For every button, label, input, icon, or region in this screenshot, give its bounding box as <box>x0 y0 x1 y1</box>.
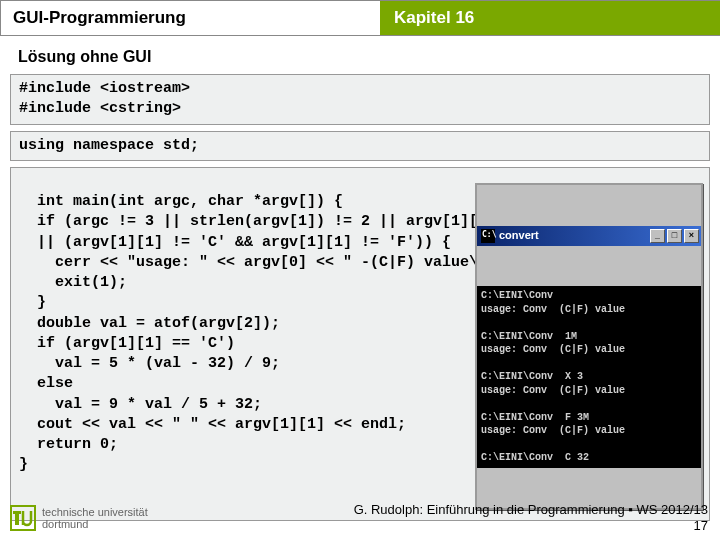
close-button[interactable]: × <box>684 229 699 243</box>
footer-right: G. Rudolph: Einführung in die Programmie… <box>354 502 708 535</box>
uni-name-line2: dortmund <box>42 518 148 530</box>
tu-logo-text: technische universität dortmund <box>42 506 148 530</box>
code-block-includes: #include <iostream> #include <cstring> <box>10 74 710 125</box>
console-window: convert _ □ × C:\EINI\Conv usage: Conv (… <box>475 183 703 510</box>
slide-subtitle: Lösung ohne GUI <box>0 36 720 74</box>
console-output: C:\EINI\Conv usage: Conv (C|F) value C:\… <box>477 286 701 468</box>
code-block-main: int main(int argc, char *argv[]) { if (a… <box>10 167 710 521</box>
header-title-left: GUI-Programmierung <box>0 1 380 35</box>
window-buttons: _ □ × <box>650 229 699 243</box>
tu-logo-mark-icon <box>10 505 36 531</box>
minimize-button[interactable]: _ <box>650 229 665 243</box>
footer-credit: G. Rudolph: Einführung in die Programmie… <box>354 502 708 518</box>
slide-footer: technische universität dortmund G. Rudol… <box>0 498 720 540</box>
console-title: convert <box>499 228 539 243</box>
header-title-right: Kapitel 16 <box>380 1 720 35</box>
console-app-icon <box>481 229 495 243</box>
maximize-button[interactable]: □ <box>667 229 682 243</box>
console-titlebar: convert _ □ × <box>477 226 701 246</box>
svg-rect-2 <box>13 511 21 514</box>
page-number: 17 <box>354 518 708 534</box>
tu-dortmund-logo: technische universität dortmund <box>10 505 148 531</box>
uni-name-line1: technische universität <box>42 506 148 518</box>
slide-header: GUI-Programmierung Kapitel 16 <box>0 0 720 36</box>
code-block-using: using namespace std; <box>10 131 710 161</box>
